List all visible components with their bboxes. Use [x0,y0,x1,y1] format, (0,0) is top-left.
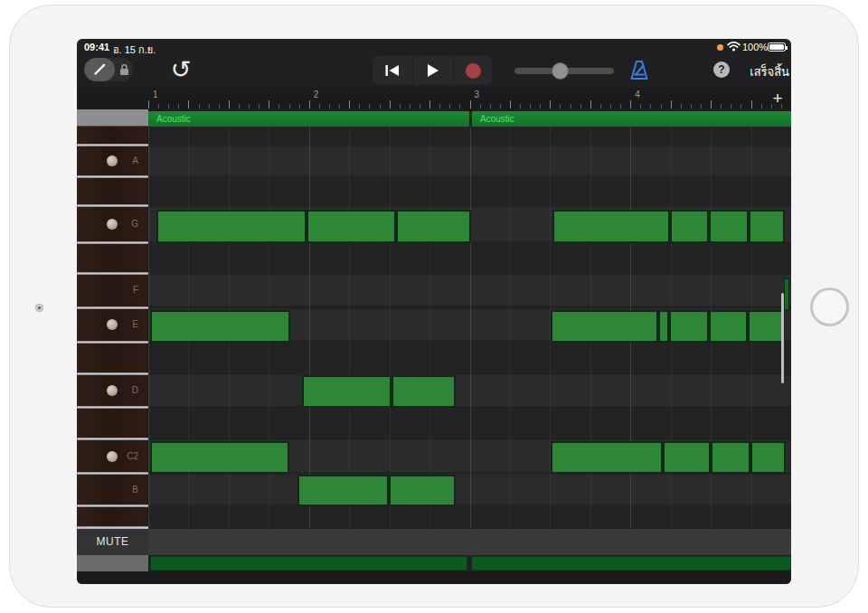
note-E[interactable] [658,310,669,343]
timeline-ruler[interactable]: 1234 [77,88,791,111]
garageband-screen: 09:41 อ. 15 ก.ย. 100% [77,39,791,584]
note-G[interactable] [156,210,307,243]
ruler-tick [741,104,741,108]
note-G[interactable] [749,210,785,243]
fret-bar [77,272,148,276]
ruler-tick [630,100,631,108]
slider-thumb[interactable] [552,62,569,80]
ruler-tick [148,100,149,108]
ruler-tick [380,104,381,108]
string-label-C2: C2 [77,451,138,461]
home-button[interactable] [810,288,849,326]
note-E[interactable] [709,310,748,343]
note-G[interactable] [670,210,709,243]
ruler-tick [470,100,471,108]
lock-segment[interactable] [115,58,133,81]
note-B[interactable] [389,475,456,506]
ruler-tick [610,104,611,108]
wifi-icon [727,42,741,52]
ruler-tick [319,104,320,108]
ruler-tick [329,104,330,108]
note-C2[interactable] [711,441,750,474]
note-E[interactable] [748,310,785,343]
region-label: Acoustic [480,114,514,124]
record-icon [466,63,481,79]
fret-bar [77,341,148,344]
corner-box [77,109,148,127]
note-edge-sliver[interactable] [784,278,789,310]
fret-bar [77,144,148,147]
ruler-tick [571,104,571,108]
grid-beat-line [309,127,310,529]
ruler-tick [701,104,702,108]
string-label-F: F [77,285,138,295]
undo-button[interactable]: ↺ [167,55,194,84]
ruler-tick [188,100,189,108]
note-C2[interactable] [750,441,786,474]
ruler-tick [249,104,250,108]
ruler-tick [449,104,450,108]
ruler-tick [540,104,541,108]
status-bar: 09:41 อ. 15 ก.ย. 100% [77,39,791,55]
help-button[interactable]: ? [713,61,730,78]
note-G[interactable] [396,210,471,243]
battery-percent: 100% [742,42,768,52]
note-C2[interactable] [551,441,663,474]
lock-icon [118,63,130,76]
done-button[interactable]: เสร็จสิ้น [733,62,789,81]
ruler-tick [731,104,731,108]
track-overview-strip[interactable] [150,556,467,571]
ruler-tick [410,104,410,108]
metronome-button[interactable] [627,59,651,82]
ruler-tick [439,104,440,108]
ruler-tick [590,100,591,108]
note-B[interactable] [297,475,389,506]
vertical-scrollbar[interactable] [781,293,784,383]
fretboard-column[interactable]: AGFEDC2B [77,127,148,529]
note-G[interactable] [709,210,749,243]
edit-mode-toggle[interactable] [84,58,133,81]
region-label: Acoustic [156,114,191,124]
region-header[interactable]: Acoustic [148,111,469,127]
note-E[interactable] [551,310,658,343]
record-button[interactable] [454,56,492,85]
play-button[interactable] [413,56,453,85]
fret-bar [77,373,148,376]
string-label-G: G [77,219,138,229]
ruler-tick [359,104,360,108]
ruler-tick [400,104,401,108]
ruler-tick [530,104,531,108]
ruler-tick [199,104,200,108]
fret-bar [77,505,148,508]
note-G[interactable] [552,210,670,243]
ruler-tick [178,104,179,108]
ruler-tick [640,104,641,108]
note-D[interactable] [302,375,392,408]
front-camera [35,304,43,312]
ruler-measure-number: 2 [314,90,319,99]
mute-button[interactable]: MUTE [77,529,148,555]
ruler-tick [510,100,511,108]
note-E[interactable] [150,310,290,343]
fret-bar [77,406,148,410]
track-overview-strip[interactable] [471,556,791,571]
region-header[interactable]: Acoustic [472,111,791,127]
ruler-measure-number: 3 [475,90,480,99]
screenshot-stage: 09:41 อ. 15 ก.ย. 100% [0,0,868,613]
play-icon [427,63,439,78]
ruler-tick [500,104,501,108]
note-C2[interactable] [150,441,289,474]
string-label-E: E [77,319,138,329]
note-D[interactable] [392,375,456,408]
ruler-measure-number: 4 [635,90,640,99]
note-E[interactable] [669,310,709,343]
volume-slider[interactable] [514,60,614,81]
rewind-button[interactable] [373,56,412,85]
note-C2[interactable] [663,441,711,474]
ruler-tick [721,104,722,108]
note-G[interactable] [307,210,396,243]
ruler-tick [309,100,310,108]
pencil-segment[interactable] [84,58,115,81]
add-section-button[interactable]: + [769,90,787,108]
orange-indicator-dot [717,44,723,51]
